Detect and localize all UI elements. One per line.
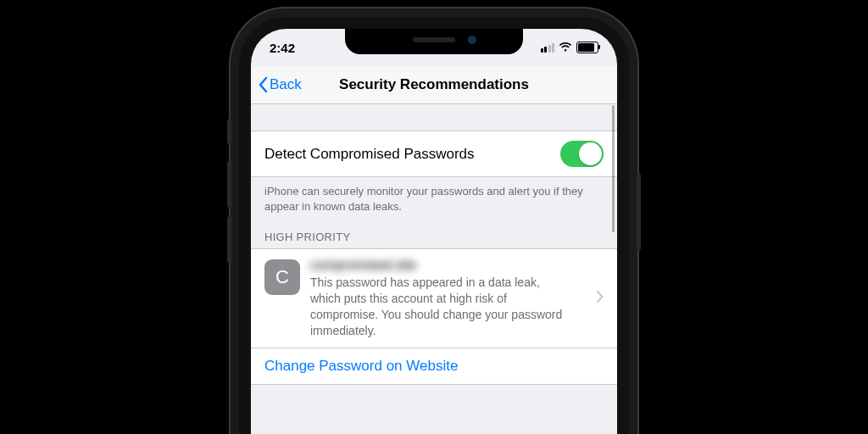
detect-label: Detect Compromised Passwords [264, 146, 475, 163]
detect-compromised-row: Detect Compromised Passwords [251, 131, 617, 177]
item-description: This password has appeared in a data lea… [310, 275, 587, 339]
scroll-indicator[interactable] [612, 105, 615, 232]
battery-icon [576, 42, 598, 53]
back-button[interactable]: Back [258, 76, 302, 93]
nav-bar: Back Security Recommendations [251, 66, 617, 104]
volume-down-button [227, 216, 231, 263]
side-button [637, 174, 641, 250]
chevron-left-icon [258, 76, 268, 93]
front-camera [468, 36, 476, 44]
volume-up-button [227, 161, 231, 208]
screen: 2:42 Back Security Recommendations [251, 29, 617, 434]
site-avatar: C [264, 259, 300, 295]
avatar-initial: C [275, 266, 289, 288]
account-name: compromised.site [310, 258, 587, 273]
detect-toggle[interactable] [560, 141, 604, 167]
change-password-link[interactable]: Change Password on Website [251, 348, 617, 385]
mute-switch [227, 119, 231, 144]
phone-frame: 2:42 Back Security Recommendations [239, 17, 629, 434]
cellular-signal-icon [541, 43, 555, 53]
content-area: Detect Compromised Passwords iPhone can … [251, 103, 617, 434]
detect-footer: iPhone can securely monitor your passwor… [251, 177, 617, 219]
wifi-icon [559, 42, 572, 53]
status-time: 2:42 [270, 41, 295, 55]
password-item[interactable]: C compromised.site This password has app… [251, 248, 617, 348]
notch [345, 29, 523, 54]
high-priority-header: HIGH PRIORITY [251, 219, 617, 248]
back-label: Back [270, 76, 302, 93]
page-title: Security Recommendations [251, 76, 617, 93]
toggle-knob [579, 142, 602, 165]
speaker [413, 37, 455, 42]
chevron-right-icon [597, 291, 604, 306]
